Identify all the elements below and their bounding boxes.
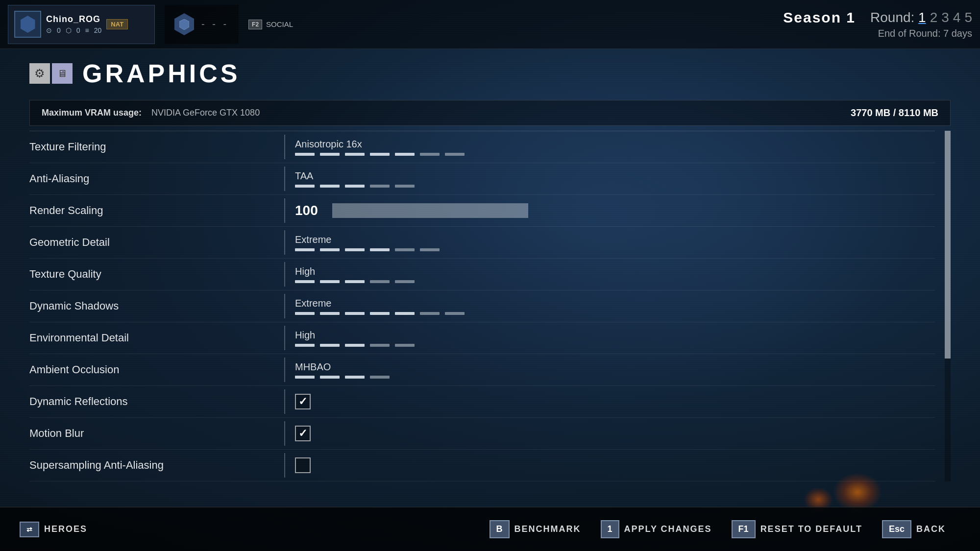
- setting-name: Anti-Aliasing: [29, 167, 284, 191]
- scrollbar-thumb[interactable]: [945, 131, 951, 359]
- stat-circle-icon: ⊙: [46, 26, 52, 34]
- checkbox[interactable]: [295, 457, 311, 473]
- vram-gpu-name: NVIDIA GeForce GTX 1080: [151, 108, 260, 118]
- heroes-button[interactable]: ⇄ HEROES: [20, 522, 87, 537]
- slider-segment: [420, 312, 440, 315]
- slider-segment: [370, 185, 390, 188]
- slider-segment: [395, 248, 415, 251]
- setting-row[interactable]: Ambient OcclusionMHBAO: [29, 354, 935, 386]
- setting-value-text: MHBAO: [295, 361, 935, 373]
- slider-segment: [370, 153, 390, 156]
- settings-list: Texture FilteringAnisotropic 16xAnti-Ali…: [29, 131, 935, 481]
- setting-slider[interactable]: [295, 312, 935, 315]
- main-panel: ⚙ 🖥 GRAPHICS Maximum VRAM usage: NVIDIA …: [0, 49, 980, 491]
- gear-icon: ⚙: [29, 63, 50, 84]
- slider-segment: [295, 248, 315, 251]
- setting-value-text: Extreme: [295, 298, 935, 309]
- setting-value-area: [295, 454, 935, 477]
- slider-segment: [370, 248, 390, 251]
- slider-segment: [295, 153, 315, 156]
- reset-label: RESET TO DEFAULT: [760, 524, 862, 534]
- slider-segment: [295, 376, 315, 379]
- setting-divider: [284, 389, 285, 414]
- setting-value-area: Anisotropic 16x: [295, 135, 935, 160]
- setting-slider[interactable]: [295, 153, 935, 156]
- slider-segment: [295, 344, 315, 347]
- f2-key: F2: [248, 20, 262, 29]
- setting-slider[interactable]: [295, 376, 935, 379]
- setting-row[interactable]: Environmental DetailHigh: [29, 322, 935, 354]
- setting-slider[interactable]: [295, 344, 935, 347]
- setting-slider[interactable]: [295, 248, 935, 251]
- stat-val3: 20: [94, 26, 102, 34]
- settings-container: Texture FilteringAnisotropic 16xAnti-Ali…: [29, 131, 951, 481]
- page-title: GRAPHICS: [82, 59, 240, 88]
- stat-list-icon: ≡: [85, 26, 89, 34]
- checkbox-area: [295, 394, 935, 409]
- setting-row[interactable]: Texture QualityHigh: [29, 259, 935, 290]
- setting-divider: [284, 135, 285, 159]
- slider-segment: [395, 344, 415, 347]
- apply-button[interactable]: 1 APPLY CHANGES: [601, 520, 712, 538]
- checkbox[interactable]: [295, 426, 311, 441]
- setting-value-area: High: [295, 262, 935, 287]
- reset-key: F1: [732, 520, 756, 538]
- nat-badge: NAT: [106, 19, 128, 29]
- render-scale-value: 100: [295, 203, 324, 218]
- social-button[interactable]: F2 SOCIAL: [248, 20, 293, 29]
- setting-divider: [284, 294, 285, 318]
- heroes-label: HEROES: [44, 524, 87, 534]
- setting-slider[interactable]: [295, 280, 935, 283]
- apply-key: 1: [601, 520, 619, 538]
- stat-val1: 0: [57, 26, 61, 34]
- benchmark-key: B: [490, 520, 510, 538]
- round-1: 1: [918, 10, 926, 25]
- heroes-key: ⇄: [20, 522, 39, 537]
- setting-value-area: High: [295, 326, 935, 351]
- slider-segment: [370, 312, 390, 315]
- slider-segment: [295, 312, 315, 315]
- slider-segment: [395, 312, 415, 315]
- setting-row[interactable]: Render Scaling100: [29, 195, 935, 227]
- slider-segment: [345, 280, 365, 283]
- slider-segment: [320, 185, 340, 188]
- setting-row[interactable]: Motion Blur: [29, 418, 935, 450]
- back-label: BACK: [916, 524, 946, 534]
- slider-segment: [395, 185, 415, 188]
- avatar-shield-icon: [21, 16, 35, 33]
- slider-segment: [395, 280, 415, 283]
- setting-name: Ambient Occlusion: [29, 358, 284, 382]
- setting-value-text: High: [295, 266, 935, 277]
- render-scale-bar[interactable]: [332, 203, 528, 218]
- back-key: Esc: [882, 520, 911, 538]
- setting-row[interactable]: Texture FilteringAnisotropic 16x: [29, 131, 935, 163]
- benchmark-button[interactable]: B BENCHMARK: [490, 520, 581, 538]
- avatar: [14, 11, 41, 38]
- setting-slider[interactable]: [295, 185, 935, 188]
- settings-icons: ⚙ 🖥: [29, 63, 73, 84]
- end-round-text: End of Round: 7 days: [783, 28, 972, 39]
- scrollbar-track[interactable]: [945, 131, 951, 481]
- team-shield-icon: [174, 13, 194, 35]
- social-label: SOCIAL: [266, 20, 293, 28]
- back-button[interactable]: Esc BACK: [882, 520, 946, 538]
- checkbox-area: [295, 426, 935, 441]
- checkbox[interactable]: [295, 394, 311, 409]
- setting-row[interactable]: Geometric DetailExtreme: [29, 227, 935, 259]
- slider-segment: [320, 376, 340, 379]
- slider-segment: [445, 153, 465, 156]
- setting-row[interactable]: Dynamic Reflections: [29, 386, 935, 418]
- slider-segment: [295, 280, 315, 283]
- setting-name: Render Scaling: [29, 198, 284, 223]
- setting-row[interactable]: Anti-AliasingTAA: [29, 163, 935, 195]
- render-scale-row[interactable]: 100: [295, 203, 935, 218]
- player-card: Chino_ROG ⊙ 0 ⬡ 0 ≡ 20 NAT: [8, 5, 155, 44]
- checkbox-area: [295, 457, 935, 473]
- round-label: Round: 1 2 3 4 5: [870, 10, 972, 25]
- reset-button[interactable]: F1 RESET TO DEFAULT: [732, 520, 862, 538]
- slider-segment: [320, 153, 340, 156]
- setting-row[interactable]: Supersampling Anti-Aliasing: [29, 450, 935, 481]
- slider-segment: [370, 376, 390, 379]
- setting-row[interactable]: Dynamic ShadowsExtreme: [29, 290, 935, 322]
- slider-segment: [320, 280, 340, 283]
